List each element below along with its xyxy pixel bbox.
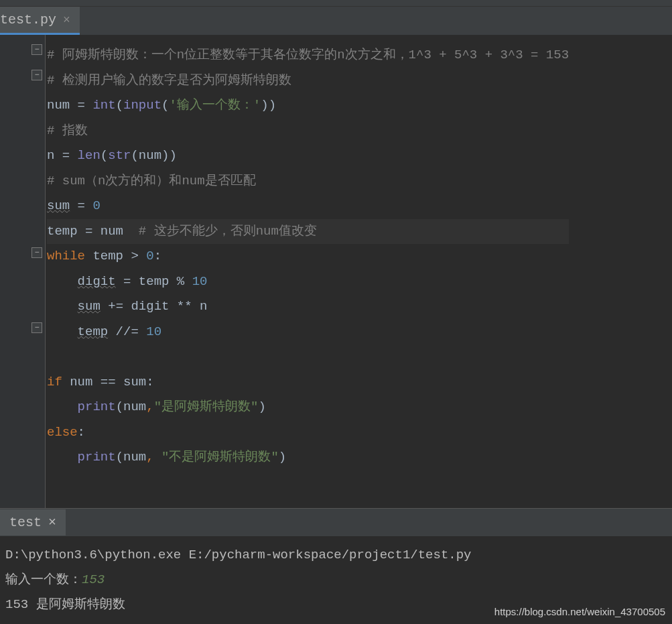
code-line: while temp > 0: (47, 249, 161, 263)
gutter: − − − − (0, 35, 46, 508)
menu-bar-strip (0, 0, 672, 7)
editor-tab-bar: test.py × (0, 7, 672, 35)
code-editor[interactable]: # 阿姆斯特朗数：一个n位正整数等于其各位数字的n次方之和，1^3 + 5^3 … (46, 35, 569, 508)
code-line: # 指数 (47, 123, 88, 138)
code-line: n = len(str(num)) (47, 148, 177, 163)
editor-area: − − − − # 阿姆斯特朗数：一个n位正整数等于其各位数字的n次方之和，1^… (0, 35, 672, 508)
code-line: print(num, "不是阿姆斯特朗数") (47, 450, 286, 464)
tab-filename: test.py (0, 12, 56, 27)
code-line: # 检测用户输入的数字是否为阿姆斯特朗数 (47, 73, 291, 88)
code-line: digit = temp % 10 (47, 274, 207, 289)
console-line: 153 是阿姆斯特朗数 (5, 597, 125, 612)
console-tab-test[interactable]: test × (0, 509, 66, 536)
code-line: print(num,"是阿姆斯特朗数") (47, 399, 266, 414)
code-line: sum += digit ** n (47, 299, 207, 314)
fold-icon[interactable]: − (31, 247, 42, 258)
code-line: else: (47, 425, 85, 440)
code-line-highlighted: temp = num # 这步不能少，否则num值改变 (47, 219, 569, 245)
fold-icon[interactable]: − (31, 44, 42, 55)
code-line: num = int(input('输入一个数：')) (47, 98, 276, 113)
close-icon[interactable]: × (48, 515, 56, 530)
console-tab-name: test (9, 515, 42, 530)
console-line: D:\python3.6\python.exe E:/pycharm-works… (5, 548, 472, 562)
code-line: # 阿姆斯特朗数：一个n位正整数等于其各位数字的n次方之和，1^3 + 5^3 … (47, 48, 569, 62)
editor-tab-test-py[interactable]: test.py × (0, 7, 80, 35)
code-line (47, 349, 54, 364)
console-line: 输入一个数：153 (5, 572, 105, 587)
code-line: temp //= 10 (47, 324, 161, 339)
fold-icon[interactable]: − (31, 70, 42, 80)
watermark: https://blog.csdn.net/weixin_43700505 (494, 606, 665, 617)
code-line: if num == sum: (47, 375, 154, 389)
code-line: # sum（n次方的和）和num是否匹配 (47, 174, 256, 188)
fold-icon[interactable]: − (31, 322, 42, 333)
console-tab-bar: test × (0, 508, 672, 536)
code-line: sum = 0 (47, 198, 100, 213)
close-icon[interactable]: × (63, 13, 70, 27)
